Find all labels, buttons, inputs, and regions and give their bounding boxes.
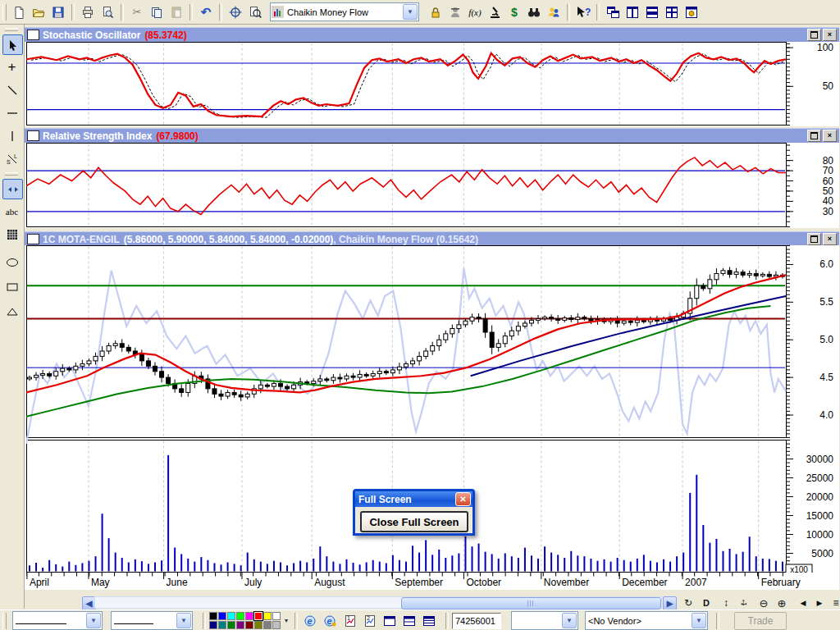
price-plot[interactable]: 6.05.55.04.54.03000025000200001500010000…: [26, 245, 839, 590]
account-combo[interactable]: ▼: [511, 611, 578, 630]
data-window-icon[interactable]: ≡: [829, 596, 840, 609]
color-swatch[interactable]: [218, 612, 226, 620]
toolbar-grip[interactable]: [2, 4, 7, 21]
new-file-icon[interactable]: [9, 2, 29, 22]
crosshair-tool-icon[interactable]: +: [2, 57, 21, 76]
color-swatch[interactable]: [272, 621, 281, 629]
speed-line-tool-icon[interactable]: SL: [2, 149, 21, 168]
maximize-button[interactable]: [807, 233, 821, 245]
panel-system-icon[interactable]: [27, 130, 39, 141]
horizontal-scrollbar-thumb[interactable]: [401, 597, 661, 609]
close-button[interactable]: ×: [823, 29, 837, 41]
ellipse-tool-icon[interactable]: [2, 253, 21, 272]
trendline-tool-icon[interactable]: [2, 80, 21, 99]
stochastic-plot[interactable]: 10050: [26, 42, 839, 126]
save-icon[interactable]: [48, 2, 68, 22]
expand-horizontal-icon[interactable]: [2, 179, 23, 199]
chart-template-1-icon[interactable]: 1: [340, 611, 360, 630]
accounts-icon[interactable]: [544, 2, 564, 22]
account-combo-arrow[interactable]: ▼: [562, 613, 577, 628]
color-swatch[interactable]: [263, 612, 272, 620]
indicator-combo[interactable]: Chaikin Money Flow ▼: [270, 2, 419, 21]
fit-vertical-icon[interactable]: ↕: [719, 596, 733, 609]
grid-tool-icon[interactable]: [2, 225, 21, 244]
rsi-panel-titlebar[interactable]: Relative Strength Index (67.9800) ×: [25, 128, 839, 144]
horizontal-line-tool-icon[interactable]: [2, 103, 21, 122]
palette-dropdown-icon[interactable]: ▾: [281, 617, 291, 624]
close-button[interactable]: ×: [823, 130, 837, 142]
context-help-icon[interactable]: ?: [573, 2, 593, 22]
fullscreen-dialog-titlebar[interactable]: Full Screen ✕: [355, 491, 472, 507]
crosshair-pointer-icon[interactable]: [226, 2, 245, 22]
paste-icon[interactable]: [167, 2, 186, 22]
zoom-out-icon[interactable]: ⊖: [756, 596, 771, 609]
print-icon[interactable]: [78, 2, 98, 22]
color-swatch[interactable]: [227, 621, 235, 629]
maximize-button[interactable]: [807, 130, 821, 142]
vendor-combo-arrow[interactable]: ▼: [692, 613, 706, 628]
color-swatch[interactable]: [245, 621, 253, 629]
pointer-tool-icon[interactable]: [2, 34, 23, 55]
text-tool-icon[interactable]: abc: [2, 202, 21, 221]
dollar-icon[interactable]: $: [504, 2, 524, 22]
undo-icon[interactable]: ↶: [196, 2, 216, 22]
color-swatch[interactable]: [245, 612, 253, 620]
line-style-combo[interactable]: ▼: [12, 611, 103, 630]
layout-split-icon[interactable]: [399, 611, 419, 630]
pan-icon[interactable]: ↔↕: [737, 596, 751, 609]
color-swatch[interactable]: [272, 612, 281, 620]
chart-template-2-icon[interactable]: 2: [360, 611, 380, 630]
stochastic-panel-titlebar[interactable]: Stochastic Oscillator (85.3742) ×: [25, 27, 839, 43]
reload-data-icon[interactable]: ↻: [681, 596, 696, 609]
line-weight-combo-arrow[interactable]: ▼: [176, 613, 191, 628]
zoom-document-icon[interactable]: [245, 2, 265, 22]
indicator-combo-arrow[interactable]: ▼: [403, 4, 418, 20]
color-swatch[interactable]: [227, 612, 235, 620]
vendor-combo[interactable]: <No Vendor> ▼: [585, 611, 708, 630]
rectangle-tool-icon[interactable]: [2, 277, 21, 296]
horizontal-scrollbar-track[interactable]: [94, 596, 662, 609]
window-settings-icon[interactable]: [682, 2, 701, 22]
symbol-code-input[interactable]: [452, 613, 501, 629]
color-swatch[interactable]: [209, 621, 217, 629]
trade-button[interactable]: Trade: [734, 612, 787, 630]
color-swatch[interactable]: [209, 612, 217, 620]
daily-period-icon[interactable]: D: [699, 596, 714, 609]
color-swatch[interactable]: [236, 621, 244, 629]
copy-icon[interactable]: [147, 2, 167, 22]
color-swatch[interactable]: [254, 621, 262, 629]
microscope-icon[interactable]: [485, 2, 504, 22]
triangle-tool-icon[interactable]: [2, 302, 21, 321]
cut-icon[interactable]: ✂: [127, 2, 147, 22]
open-file-icon[interactable]: [29, 2, 48, 22]
maximize-button[interactable]: [807, 29, 821, 41]
layout-single-icon[interactable]: [380, 611, 399, 630]
panel-system-icon[interactable]: [27, 234, 39, 244]
scroll-right-button[interactable]: ▶: [663, 596, 677, 610]
color-swatch[interactable]: [218, 621, 226, 629]
layout-stacked-icon[interactable]: [419, 611, 439, 630]
lock-icon[interactable]: [426, 2, 445, 22]
line-style-combo-arrow[interactable]: ▼: [86, 613, 101, 628]
tile-vertical-icon[interactable]: [623, 2, 642, 22]
binoculars-icon[interactable]: [524, 2, 544, 22]
color-swatch[interactable]: [254, 612, 262, 620]
previous-bar-icon[interactable]: ◀: [796, 596, 810, 609]
vertical-line-tool-icon[interactable]: [2, 126, 21, 145]
panel-system-icon[interactable]: [27, 30, 39, 40]
browser-link2-icon[interactable]: e: [321, 611, 340, 630]
close-button[interactable]: ×: [823, 233, 837, 245]
zoom-in-icon[interactable]: ⊕: [774, 596, 789, 609]
cascade-windows-icon[interactable]: [603, 2, 623, 22]
print-preview-icon[interactable]: [98, 2, 117, 22]
next-bar-icon[interactable]: ▶: [812, 596, 827, 609]
color-swatch[interactable]: [263, 621, 272, 629]
color-swatch[interactable]: [236, 612, 244, 620]
close-fullscreen-button[interactable]: Close Full Screen: [360, 511, 468, 532]
dialog-close-icon[interactable]: ✕: [455, 492, 471, 506]
line-weight-combo[interactable]: ▼: [111, 611, 193, 630]
browser-link-icon[interactable]: e: [301, 611, 321, 630]
function-icon[interactable]: f(x): [465, 2, 485, 22]
tile-grid-icon[interactable]: [662, 2, 682, 22]
tile-horizontal-icon[interactable]: [642, 2, 662, 22]
